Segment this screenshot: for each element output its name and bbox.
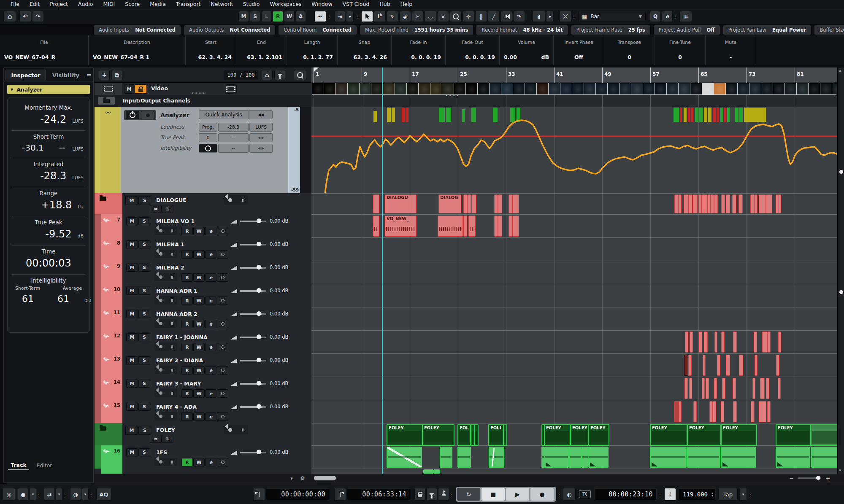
zoom-slider-knob[interactable] bbox=[816, 476, 820, 480]
audio-event-fairy1[interactable] bbox=[762, 332, 767, 353]
audio-event-vo[interactable] bbox=[438, 216, 463, 237]
tap-tempo-button[interactable]: Tap bbox=[718, 488, 738, 501]
track-row-input-output-channels[interactable]: Input/Output Channels bbox=[95, 95, 311, 107]
transport-cycle-button[interactable]: ↻ bbox=[457, 488, 480, 501]
analyzer-cell-0-1[interactable]: Prog. bbox=[199, 123, 217, 132]
menu-item-window[interactable]: Window bbox=[307, 0, 337, 8]
audio-event-fairy4[interactable] bbox=[751, 401, 755, 422]
audio-event-fairy4[interactable] bbox=[721, 401, 724, 422]
track-row-milena-vo-1[interactable]: 7MSMILENA VO 10.00 dBRWe bbox=[95, 214, 311, 238]
fs-audio-event[interactable] bbox=[721, 447, 756, 468]
audio-event-dialogue[interactable] bbox=[513, 194, 519, 213]
scroll-up-icon[interactable]: ▲ bbox=[839, 69, 841, 72]
track-row-milena-2[interactable]: 9MSMILENA 20.00 dBRWe bbox=[95, 261, 311, 284]
autoscroll-menu-button[interactable]: ▾ bbox=[346, 11, 354, 22]
track-row-analyzer[interactable]: ⚯AnalyzerQuick Analysis◀◀LoudnessProg.-2… bbox=[95, 107, 311, 194]
zoom-dot-2[interactable] bbox=[839, 290, 843, 294]
timeline-ruler[interactable]: 19172533414957657381 bbox=[311, 67, 837, 83]
scroll-to-selected-button[interactable]: ⌂ bbox=[262, 70, 273, 80]
track-row-video[interactable]: MVideo▪ ▪ ▪ ▪ bbox=[95, 83, 311, 95]
audio-event-dialogue[interactable] bbox=[693, 194, 698, 213]
status-chip-buffer-size[interactable]: Buffer Size bbox=[814, 25, 844, 35]
menu-item-studio[interactable]: Studio bbox=[238, 0, 265, 8]
volume-slider-knob[interactable] bbox=[257, 381, 261, 385]
object-selection-tool[interactable] bbox=[361, 11, 373, 22]
analyzer-cell-2-1[interactable] bbox=[199, 144, 217, 153]
global-w-button[interactable]: W bbox=[284, 11, 295, 22]
line-tool[interactable]: ╱ bbox=[488, 11, 500, 22]
volume-slider-knob[interactable] bbox=[257, 288, 261, 293]
expand-tracks-icon[interactable]: ▾ bbox=[288, 474, 295, 482]
write-automation-button[interactable]: W bbox=[193, 320, 205, 328]
mute-button[interactable]: M bbox=[126, 356, 138, 364]
global-l-button[interactable]: L bbox=[261, 11, 272, 22]
mute-button[interactable]: M bbox=[126, 333, 138, 341]
comp-menu-button[interactable]: ▾ bbox=[546, 11, 554, 22]
line-up-button[interactable]: ⊫ bbox=[679, 11, 692, 22]
tc-badge[interactable]: TC bbox=[579, 490, 591, 498]
metronome-button[interactable]: ♩ bbox=[664, 488, 676, 501]
menu-item-hub[interactable]: Hub bbox=[375, 0, 395, 8]
audio-event-vo[interactable] bbox=[509, 216, 513, 237]
volume-slider-knob[interactable] bbox=[257, 404, 261, 409]
play-tool[interactable] bbox=[500, 11, 512, 22]
audio-event-dialogue[interactable] bbox=[738, 194, 743, 213]
inserts-state-button[interactable] bbox=[217, 458, 228, 466]
monitor-icon[interactable] bbox=[171, 322, 173, 325]
status-chip-record-format[interactable]: Record Format48 kHz - 24 bit bbox=[476, 25, 568, 35]
video-thumbnails-button[interactable] bbox=[225, 84, 237, 94]
mute-button[interactable]: M bbox=[126, 380, 138, 388]
audio-event-fairy1[interactable] bbox=[778, 332, 781, 353]
track-row-fairy-3-mary[interactable]: 14MSFAIRY 3 - MARY0.00 dBRWe bbox=[95, 377, 311, 400]
analyzer-cell-2-3[interactable]: ◀ ▶ bbox=[249, 144, 273, 153]
foley-event[interactable] bbox=[503, 424, 507, 446]
edit-channel-button[interactable]: e bbox=[205, 343, 216, 351]
mute-button[interactable]: M bbox=[126, 448, 138, 456]
audio-event-vo[interactable] bbox=[468, 216, 476, 237]
redo-button[interactable]: ↷ bbox=[32, 11, 44, 22]
edit-channel-button[interactable]: e bbox=[205, 389, 216, 398]
solo-button[interactable]: S bbox=[138, 356, 150, 364]
add-track-button[interactable]: + bbox=[99, 70, 110, 80]
solo-button[interactable]: S bbox=[138, 333, 150, 341]
info-field-transpose[interactable]: Transpose0 bbox=[604, 35, 655, 65]
audio-event-dialogue[interactable] bbox=[467, 194, 471, 213]
group-equal-button[interactable]: = bbox=[150, 435, 162, 443]
solo-button[interactable]: S bbox=[138, 264, 150, 272]
fs-audio-event[interactable] bbox=[687, 447, 720, 468]
audio-event-fairy3[interactable] bbox=[760, 378, 765, 399]
foley-event[interactable]: FOLEY bbox=[776, 424, 811, 446]
volume-slider-knob[interactable] bbox=[257, 358, 261, 362]
record-mode-button[interactable]: ● bbox=[18, 488, 29, 501]
menu-item-midi[interactable]: MIDI bbox=[98, 0, 119, 8]
audio-event-vo[interactable] bbox=[498, 216, 502, 237]
fs-audio-event[interactable] bbox=[569, 447, 582, 468]
iterative-quantize-button[interactable]: e bbox=[662, 11, 673, 22]
zoom-out-button[interactable]: − bbox=[787, 474, 796, 482]
solo-button[interactable]: S bbox=[138, 380, 150, 388]
hand-tool[interactable]: ✛ bbox=[463, 11, 474, 22]
record-enable-icon[interactable] bbox=[159, 299, 162, 302]
solo-button[interactable]: S bbox=[138, 426, 151, 435]
menu-item-transport[interactable]: Transport bbox=[171, 0, 206, 8]
audio-event-fairy3[interactable] bbox=[714, 378, 717, 399]
audio-event-fairy2[interactable] bbox=[688, 355, 692, 376]
audio-event-dialogue[interactable] bbox=[766, 194, 772, 213]
audio-event-fairy4[interactable] bbox=[693, 401, 697, 422]
volume-slider-knob[interactable] bbox=[257, 334, 261, 339]
monitor-icon[interactable] bbox=[171, 253, 173, 256]
monitor-icon[interactable] bbox=[171, 299, 173, 302]
status-chip-audio-outputs[interactable]: Audio OutputsNot Connected bbox=[184, 25, 275, 35]
info-field-snap[interactable]: Snap62. 3. 4. 26 bbox=[338, 35, 392, 65]
inserts-state-button[interactable] bbox=[217, 343, 228, 351]
audio-event-fairy1[interactable] bbox=[733, 332, 737, 353]
audio-event-dialogue[interactable] bbox=[698, 194, 702, 213]
audio-event-fairy1[interactable] bbox=[721, 332, 725, 353]
transport-stop-button[interactable]: ■ bbox=[482, 488, 505, 501]
track-row-hanna-adr-1[interactable]: 10MSHANNA ADR 10.00 dBRWe bbox=[95, 284, 311, 307]
menu-item-project[interactable]: Project bbox=[45, 0, 73, 8]
global-m-button[interactable]: M bbox=[238, 11, 249, 22]
audio-event-dialogue[interactable] bbox=[726, 194, 730, 213]
edit-channel-button[interactable]: e bbox=[205, 366, 216, 375]
foley-event[interactable]: FOLEY bbox=[687, 424, 721, 446]
